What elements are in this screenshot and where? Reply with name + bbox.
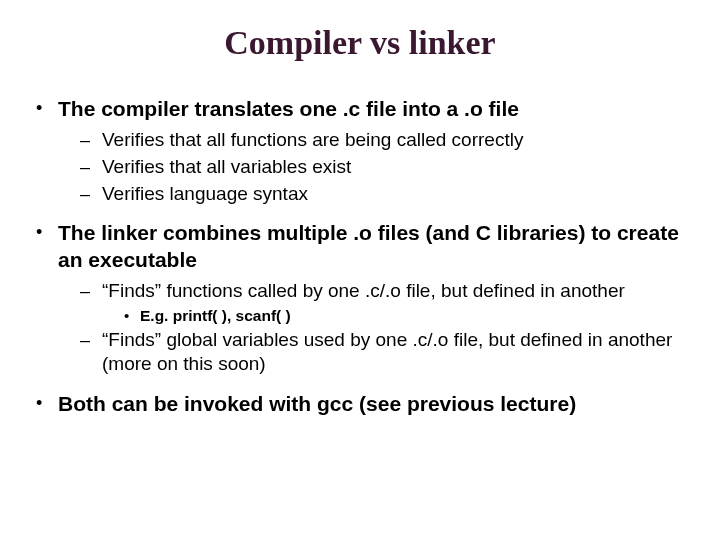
sub-list: – “Finds” functions called by one .c/.o … [36,279,684,377]
slide-title: Compiler vs linker [36,24,684,62]
list-item: – “Finds” global variables used by one .… [80,328,684,377]
sub-bullet-text: “Finds” global variables used by one .c/… [102,328,684,377]
list-item: – Verifies that all functions are being … [80,128,684,153]
sub-bullet-text: Verifies language syntax [102,182,308,207]
list-item: • The linker combines multiple .o files … [36,220,684,377]
bullet-icon: • [36,391,58,415]
list-item: • E.g. printf( ), scanf( ) [124,306,684,326]
list-item: – “Finds” functions called by one .c/.o … [80,279,684,326]
sub-bullet-text: Verifies that all functions are being ca… [102,128,523,153]
dash-icon: – [80,279,102,303]
dash-icon: – [80,182,102,206]
list-item: – Verifies that all variables exist [80,155,684,180]
bullet-icon: • [124,306,140,326]
list-item: – Verifies language syntax [80,182,684,207]
bullet-text: Both can be invoked with gcc (see previo… [58,391,576,417]
bullet-list: • The compiler translates one .c file in… [36,96,684,417]
sub-bullet-text: “Finds” functions called by one .c/.o fi… [102,279,625,304]
dash-icon: – [80,328,102,352]
bullet-icon: • [36,96,58,120]
bullet-text: The compiler translates one .c file into… [58,96,519,122]
dash-icon: – [80,155,102,179]
bullet-icon: • [36,220,58,244]
list-item: • Both can be invoked with gcc (see prev… [36,391,684,417]
sub-bullet-text: Verifies that all variables exist [102,155,351,180]
bullet-text: The linker combines multiple .o files (a… [58,220,684,273]
sub-list: – Verifies that all functions are being … [36,128,684,206]
sub-sub-bullet-text: E.g. printf( ), scanf( ) [140,306,291,326]
sub-sub-list: • E.g. printf( ), scanf( ) [80,306,684,326]
dash-icon: – [80,128,102,152]
list-item: • The compiler translates one .c file in… [36,96,684,206]
